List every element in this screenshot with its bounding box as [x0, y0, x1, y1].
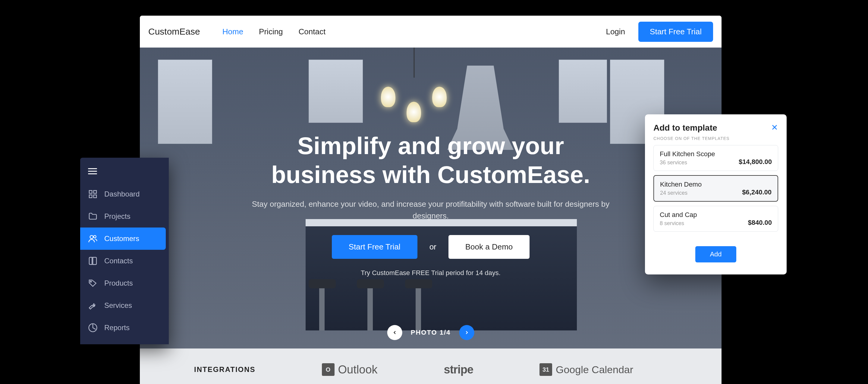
- or-separator: or: [430, 242, 436, 252]
- integrations-bar: INTEGRATIONS O Outlook stripe 31 Google …: [140, 348, 721, 384]
- chevron-right-icon: [464, 330, 469, 335]
- hero-subtitle: Stay organized, enhance your video, and …: [250, 198, 612, 222]
- outlook-icon: O: [322, 363, 335, 376]
- close-button[interactable]: [771, 123, 778, 133]
- nav-link-home[interactable]: Home: [222, 27, 243, 36]
- template-price: $840.00: [748, 219, 772, 226]
- tag-icon: [88, 278, 98, 288]
- svg-rect-5: [89, 195, 92, 198]
- modal-title: Add to template: [653, 123, 717, 133]
- dashboard-icon: [88, 189, 98, 199]
- start-trial-button[interactable]: Start Free Trial: [638, 22, 713, 42]
- wrench-icon: [88, 301, 98, 310]
- calendar-icon: 31: [539, 363, 552, 376]
- template-option-kitchen-demo[interactable]: Kitchen Demo 24 services $6,240.00: [653, 175, 778, 202]
- carousel-next-button[interactable]: [459, 325, 474, 340]
- carousel-prev-button[interactable]: [387, 325, 402, 340]
- users-icon: [88, 234, 98, 243]
- svg-point-8: [94, 235, 96, 238]
- svg-point-7: [90, 235, 93, 239]
- integrations-label: INTEGRATIONS: [194, 365, 255, 374]
- brand-logo[interactable]: CustomEase: [148, 27, 200, 37]
- chevron-left-icon: [392, 330, 398, 335]
- sidebar-item-label: Reports: [104, 323, 130, 332]
- template-option-full-kitchen[interactable]: Full Kitchen Scope 36 services $14,800.0…: [653, 145, 778, 171]
- modal-subtitle: CHOOSE ON OF THE TEMPLATES: [653, 136, 778, 141]
- template-meta: 24 services: [660, 190, 687, 196]
- sidebar-item-reports[interactable]: Reports: [80, 317, 169, 339]
- hero-actions: Start Free Trial or Book a Demo: [250, 235, 612, 259]
- template-price: $6,240.00: [742, 188, 772, 196]
- sidebar-item-projects[interactable]: Projects: [80, 205, 169, 228]
- trial-note: Try CustomEase FREE Trial period for 14 …: [250, 269, 612, 277]
- add-button[interactable]: Add: [695, 246, 736, 263]
- integration-stripe: stripe: [444, 363, 473, 376]
- photo-carousel: PHOTO 1/4: [387, 325, 474, 340]
- modal-header: Add to template: [653, 123, 778, 133]
- svg-rect-6: [94, 195, 96, 198]
- integration-google-calendar: 31 Google Calendar: [539, 363, 633, 376]
- integration-outlook: O Outlook: [322, 363, 378, 376]
- hamburger-button[interactable]: [80, 164, 169, 183]
- sidebar-item-dashboard[interactable]: Dashboard: [80, 183, 169, 205]
- nav-links: Home Pricing Contact: [222, 27, 326, 36]
- hamburger-icon: [88, 168, 97, 175]
- nav-link-pricing[interactable]: Pricing: [259, 27, 283, 36]
- hero-start-trial-button[interactable]: Start Free Trial: [332, 235, 417, 259]
- svg-rect-3: [89, 190, 92, 193]
- photo-indicator: PHOTO 1/4: [411, 328, 451, 337]
- sidebar-item-label: Products: [104, 279, 133, 287]
- add-template-modal: Add to template CHOOSE ON OF THE TEMPLAT…: [645, 114, 786, 275]
- hero-section: Simplify and grow your business with Cus…: [140, 47, 721, 348]
- sidebar-item-label: Projects: [104, 212, 130, 220]
- template-price: $14,800.00: [739, 158, 772, 166]
- login-link[interactable]: Login: [606, 27, 625, 36]
- template-name: Kitchen Demo: [660, 181, 702, 188]
- folder-icon: [88, 212, 98, 221]
- template-option-cut-cap[interactable]: Cut and Cap 8 services $840.00: [653, 206, 778, 232]
- svg-point-9: [90, 281, 91, 282]
- nav-right: Login Start Free Trial: [606, 22, 713, 42]
- chart-icon: [88, 323, 98, 333]
- close-icon: [771, 124, 778, 131]
- sidebar: Dashboard Projects Customers Contacts Pr…: [80, 158, 169, 344]
- book-demo-button[interactable]: Book a Demo: [448, 235, 530, 259]
- sidebar-item-customers[interactable]: Customers: [80, 228, 166, 250]
- svg-rect-4: [94, 190, 96, 193]
- template-meta: 8 services: [660, 220, 684, 226]
- top-nav: CustomEase Home Pricing Contact Login St…: [140, 15, 721, 47]
- template-name: Full Kitchen Scope: [660, 150, 715, 158]
- sidebar-item-contacts[interactable]: Contacts: [80, 250, 169, 272]
- hero-content: Simplify and grow your business with Cus…: [250, 132, 612, 277]
- sidebar-item-products[interactable]: Products: [80, 272, 169, 294]
- browser-window: CustomEase Home Pricing Contact Login St…: [140, 15, 721, 384]
- nav-link-contact[interactable]: Contact: [299, 27, 326, 36]
- template-meta: 36 services: [660, 160, 687, 166]
- sidebar-item-label: Services: [104, 301, 132, 310]
- book-icon: [88, 256, 98, 266]
- hero-title: Simplify and grow your business with Cus…: [250, 132, 612, 189]
- sidebar-item-label: Dashboard: [104, 190, 140, 198]
- sidebar-item-label: Contacts: [104, 257, 133, 265]
- sidebar-item-services[interactable]: Services: [80, 294, 169, 317]
- template-name: Cut and Cap: [660, 211, 697, 219]
- sidebar-item-label: Customers: [104, 235, 139, 243]
